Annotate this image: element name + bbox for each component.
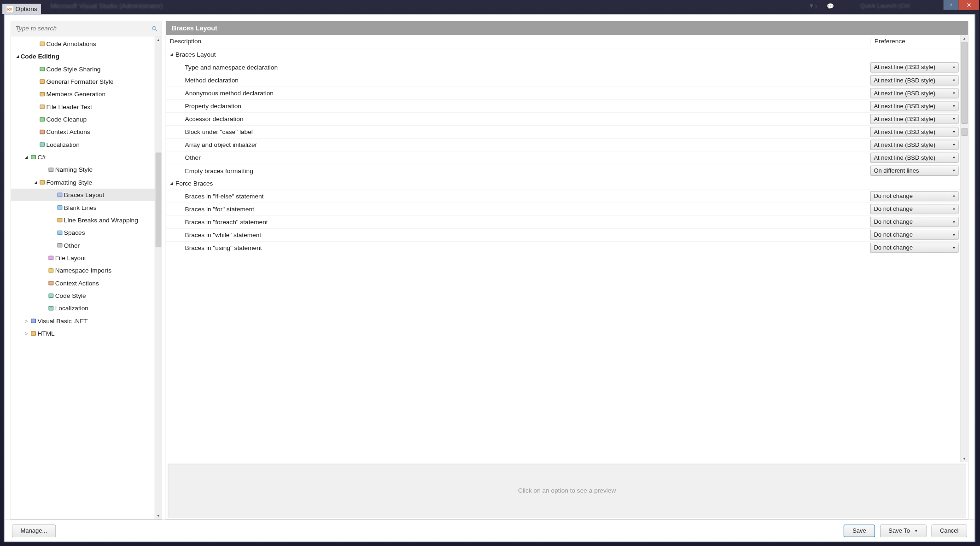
wrench-icon [38, 129, 47, 135]
tree-item[interactable]: File Layout [11, 252, 162, 264]
grid-row: Empty braces formattingOn different line… [166, 164, 960, 177]
row-preference: At next line (BSD style)▼ [870, 88, 961, 99]
row-preference: Do not change▼ [870, 217, 961, 227]
tree-item[interactable]: Code Cleanup [11, 113, 162, 126]
row-preference: At next line (BSD style)▼ [870, 127, 961, 137]
scroll-down-icon[interactable]: ▼ [961, 455, 968, 462]
other-icon [56, 242, 64, 249]
tree-item[interactable]: ◢Code Editing [11, 50, 162, 63]
save-to-button[interactable]: Save To▼ [880, 524, 927, 537]
preference-combo[interactable]: Do not change▼ [870, 230, 959, 240]
combo-value: At next line (BSD style) [874, 116, 935, 122]
svg-rect-22 [31, 156, 35, 159]
blank-icon [56, 204, 64, 211]
chevron-right-icon[interactable]: ▷ [23, 331, 29, 336]
grid-scroll-thumb[interactable] [962, 42, 968, 124]
grid-row: Array and object initializerAt next line… [166, 138, 960, 151]
preference-combo[interactable]: At next line (BSD style)▼ [870, 127, 959, 137]
preference-combo[interactable]: Do not change▼ [870, 191, 959, 201]
loc-icon [47, 305, 55, 312]
tree-item[interactable]: General Formatter Style [11, 75, 162, 87]
chevron-down-icon[interactable]: ◢ [32, 180, 38, 185]
preference-combo[interactable]: Do not change▼ [870, 217, 959, 227]
chevron-down-icon[interactable]: ◢ [23, 155, 29, 160]
tree-item[interactable]: File Header Text [11, 100, 162, 113]
tree-item[interactable]: Naming Style [11, 163, 162, 176]
grid-row: OtherAt next line (BSD style)▼ [166, 151, 960, 164]
close-icon [966, 2, 971, 7]
tree-scroll-thumb[interactable] [156, 153, 161, 247]
tree-item[interactable]: Localization [11, 302, 162, 314]
grid-scroll-notch[interactable] [962, 128, 968, 135]
grid-row: Block under "case" labelAt next line (BS… [166, 125, 960, 138]
combo-value: At next line (BSD style) [874, 103, 935, 110]
manage-button[interactable]: Manage... [12, 524, 56, 537]
tree-item[interactable]: ▷Visual Basic .NET [11, 314, 162, 327]
grid-row: Accessor declarationAt next line (BSD st… [166, 112, 960, 125]
chevron-down-icon: ▼ [952, 246, 956, 250]
svg-rect-20 [41, 143, 44, 146]
scroll-down-icon[interactable]: ▼ [155, 512, 162, 519]
grid-group-header[interactable]: ◢Force Braces [166, 177, 960, 189]
tree-item-label: Localization [55, 305, 88, 312]
preference-combo[interactable]: At next line (BSD style)▼ [870, 153, 959, 163]
grid-scrollbar[interactable]: ▲ ▼ [961, 35, 968, 462]
chevron-right-icon[interactable]: ▷ [23, 319, 29, 323]
cleanup-icon [38, 116, 47, 122]
grid-group-header[interactable]: ◢Braces Layout [166, 48, 960, 61]
tree-item[interactable]: Blank Lines [11, 201, 162, 214]
search-button[interactable] [148, 25, 162, 32]
tree-item-label: Namespace Imports [55, 267, 111, 274]
chevron-down-icon[interactable]: ◢ [15, 54, 20, 59]
tree-item-label: File Header Text [47, 103, 92, 110]
tree-item[interactable]: Code Style Sharing [11, 63, 162, 75]
save-button[interactable]: Save [844, 524, 875, 537]
help-button[interactable]: ? [944, 0, 959, 10]
tree-item[interactable]: Other [11, 239, 162, 251]
grid-row: Type and namespace declarationAt next li… [166, 61, 960, 74]
tree-item[interactable]: Braces Layout [11, 189, 162, 201]
preference-combo[interactable]: At next line (BSD style)▼ [870, 114, 959, 124]
tree-item[interactable]: Namespace Imports [11, 264, 162, 277]
preference-combo[interactable]: Do not change▼ [870, 204, 959, 214]
tree-item[interactable]: Context Actions [11, 277, 162, 289]
tree-item-label: Other [64, 242, 80, 249]
preference-combo[interactable]: At next line (BSD style)▼ [870, 140, 959, 150]
tree-item[interactable]: Context Actions [11, 126, 162, 138]
html-icon [29, 331, 38, 337]
tree-item[interactable]: Members Generation [11, 88, 162, 100]
options-dialog: Code Annotations◢Code EditingCode Style … [4, 14, 975, 542]
tree-item-label: C# [37, 153, 45, 161]
tree-scrollbar[interactable]: ▲ ▼ [155, 36, 162, 519]
preference-combo[interactable]: Do not change▼ [870, 243, 959, 253]
tree-item[interactable]: Localization [11, 138, 162, 151]
close-button[interactable] [958, 0, 979, 10]
svg-rect-18 [41, 130, 44, 134]
preference-combo[interactable]: At next line (BSD style)▼ [870, 62, 959, 72]
tree-item[interactable]: ▷HTML [11, 327, 162, 340]
tree-item[interactable]: Line Breaks and Wrapping [11, 214, 162, 226]
tree-item[interactable]: ◢C# [11, 151, 162, 163]
tree-item[interactable]: Code Annotations [11, 37, 162, 50]
svg-rect-14 [41, 105, 44, 108]
tree-item[interactable]: ◢Formatting Style [11, 176, 162, 188]
tree-item[interactable]: Spaces [11, 227, 162, 239]
annotations-icon [38, 41, 47, 47]
tree-item[interactable]: Code Style [11, 290, 162, 302]
col-description: Description [166, 38, 870, 45]
scroll-up-icon[interactable]: ▲ [961, 35, 968, 42]
svg-rect-28 [58, 193, 62, 197]
preference-combo[interactable]: On different lines▼ [870, 166, 959, 176]
svg-rect-42 [49, 281, 53, 285]
search-input[interactable] [11, 25, 148, 32]
cancel-button[interactable]: Cancel [931, 524, 967, 537]
tree-item-label: Members Generation [47, 91, 106, 98]
preference-combo[interactable]: At next line (BSD style)▼ [870, 75, 959, 85]
scroll-up-icon[interactable]: ▲ [155, 36, 162, 43]
nav-tree: Code Annotations◢Code EditingCode Style … [11, 36, 162, 341]
row-description: Braces in "using" statement [166, 244, 870, 251]
preference-combo[interactable]: At next line (BSD style)▼ [870, 88, 959, 99]
chevron-down-icon: ▼ [952, 65, 956, 69]
preference-combo[interactable]: At next line (BSD style)▼ [870, 101, 959, 111]
row-description: Braces in "if-else" statement [166, 192, 870, 200]
